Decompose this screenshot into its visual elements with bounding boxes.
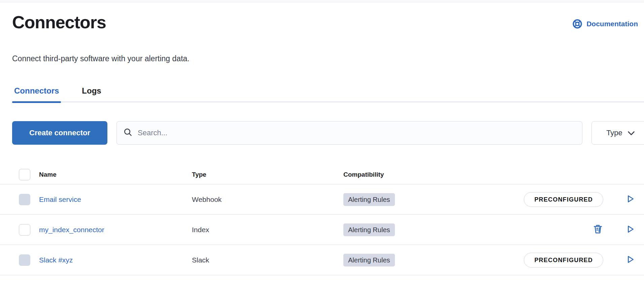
tab-bar: Connectors Logs xyxy=(12,86,644,102)
type-filter-button[interactable]: Type xyxy=(591,121,644,145)
documentation-link[interactable]: Documentation xyxy=(572,19,638,29)
run-connector-button[interactable] xyxy=(625,224,635,235)
row-checkbox xyxy=(19,254,30,266)
run-connector-button[interactable] xyxy=(625,194,635,205)
row-checkbox xyxy=(19,194,30,205)
connectors-page: Connectors Documentation Connect third-p… xyxy=(0,11,644,275)
search-input[interactable] xyxy=(138,129,575,137)
connector-type: Webhook xyxy=(192,196,222,203)
play-icon xyxy=(625,254,635,265)
documentation-label: Documentation xyxy=(586,20,638,28)
table-row: Slack #xyz Slack Alerting Rules PRECONFI… xyxy=(0,245,644,275)
connectors-table: Name Type Compatibility Email service We… xyxy=(0,165,644,275)
table-row: Email service Webhook Alerting Rules PRE… xyxy=(0,184,644,215)
search-icon xyxy=(124,128,138,138)
table-row: my_index_connector Index Alerting Rules xyxy=(0,215,644,245)
compatibility-badge: Alerting Rules xyxy=(343,223,395,236)
compatibility-badge: Alerting Rules xyxy=(343,193,395,206)
connector-name-link[interactable]: Slack #xyz xyxy=(39,256,73,264)
column-header-name: Name xyxy=(30,171,192,178)
column-header-compatibility: Compatibility xyxy=(343,171,508,178)
connector-name-link[interactable]: Email service xyxy=(39,196,81,203)
connector-type: Index xyxy=(192,226,209,234)
connector-name-link[interactable]: my_index_connector xyxy=(39,226,104,234)
page-header: Connectors Documentation xyxy=(12,11,644,33)
tab-connectors[interactable]: Connectors xyxy=(12,86,61,102)
trash-icon xyxy=(592,224,603,236)
create-connector-button[interactable]: Create connector xyxy=(12,121,107,145)
help-lifebuoy-icon xyxy=(572,19,582,29)
toolbar: Create connector Type xyxy=(12,121,644,145)
type-filter-label: Type xyxy=(606,129,622,137)
compatibility-badge: Alerting Rules xyxy=(343,254,395,267)
search-box[interactable] xyxy=(116,121,582,145)
preconfigured-badge: PRECONFIGURED xyxy=(524,253,603,268)
page-title: Connectors xyxy=(12,11,106,33)
page-subtitle: Connect third-party software with your a… xyxy=(12,54,644,63)
select-all-checkbox[interactable] xyxy=(19,169,30,180)
column-header-type: Type xyxy=(192,171,343,178)
table-header-row: Name Type Compatibility xyxy=(0,165,644,184)
play-icon xyxy=(625,194,635,205)
delete-connector-button[interactable] xyxy=(592,224,603,236)
window-top-edge xyxy=(0,0,644,3)
tab-logs[interactable]: Logs xyxy=(80,86,103,102)
run-connector-button[interactable] xyxy=(625,254,635,265)
connector-type: Slack xyxy=(192,256,209,264)
play-icon xyxy=(625,224,635,235)
row-checkbox[interactable] xyxy=(19,224,30,236)
chevron-down-icon xyxy=(628,129,635,137)
preconfigured-badge: PRECONFIGURED xyxy=(524,192,603,207)
